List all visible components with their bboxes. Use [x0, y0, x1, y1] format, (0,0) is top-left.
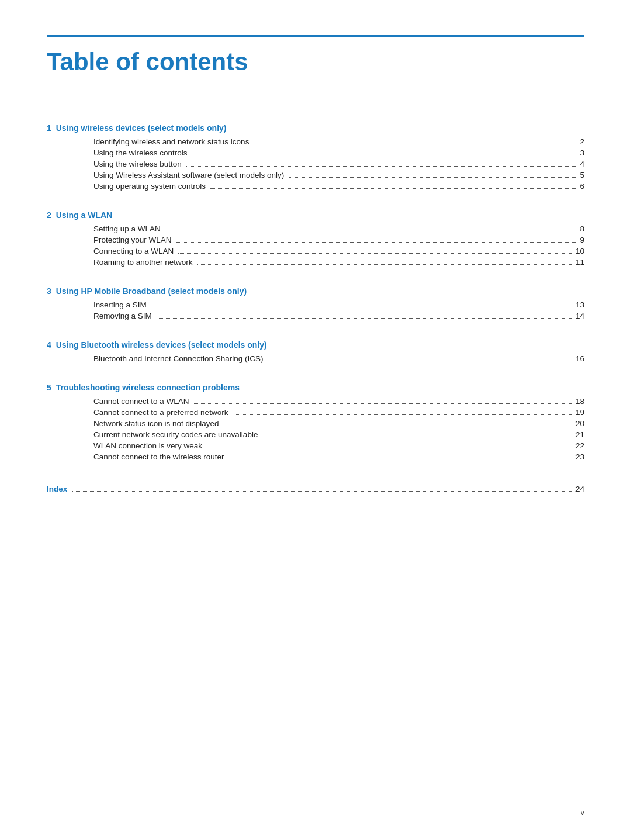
entry-title: Cannot connect to the wireless router — [93, 452, 224, 461]
entry-dots — [268, 361, 573, 361]
section-num-1: 1 — [47, 123, 51, 133]
entry-title: WLAN connection is very weak — [93, 441, 202, 450]
section-num-5: 5 — [47, 383, 51, 392]
section-4: 4 Using Bluetooth wireless devices (sele… — [47, 340, 584, 364]
entry-page: 6 — [580, 182, 584, 191]
toc-entry[interactable]: WLAN connection is very weak22 — [47, 440, 584, 451]
entry-page: 23 — [575, 452, 584, 461]
index-dots — [72, 491, 573, 492]
entry-title: Current network security codes are unava… — [93, 430, 258, 439]
toc-entry[interactable]: Using Wireless Assistant software (selec… — [47, 170, 584, 181]
toc-entry[interactable]: Cannot connect to a preferred network19 — [47, 407, 584, 418]
section-header-5[interactable]: 5 Troubleshooting wireless connection pr… — [47, 383, 584, 392]
section-num-4: 4 — [47, 340, 51, 350]
entry-title: Bluetooth and Internet Connection Sharin… — [93, 354, 263, 363]
toc-entry[interactable]: Cannot connect to a WLAN18 — [47, 396, 584, 407]
toc-entry[interactable]: Using operating system controls6 — [47, 181, 584, 192]
toc-entry[interactable]: Inserting a SIM13 — [47, 299, 584, 310]
entry-dots — [224, 426, 573, 426]
entry-page: 2 — [580, 137, 584, 146]
entry-page: 22 — [575, 441, 584, 450]
entry-page: 19 — [575, 408, 584, 417]
entry-title: Roaming to another network — [93, 258, 193, 267]
section-header-1[interactable]: 1 Using wireless devices (select models … — [47, 123, 584, 133]
page-footer: v — [581, 808, 585, 817]
index-page: 24 — [575, 485, 584, 493]
entry-dots — [178, 253, 573, 254]
section-num-2: 2 — [47, 210, 51, 220]
entry-title: Removing a SIM — [93, 312, 152, 320]
entry-page: 11 — [575, 258, 584, 267]
toc-entry[interactable]: Current network security codes are unava… — [47, 429, 584, 440]
index-label[interactable]: Index — [47, 485, 67, 493]
entry-dots — [229, 459, 573, 459]
entry-title: Cannot connect to a preferred network — [93, 408, 228, 417]
toc-entry[interactable]: Identifying wireless and network status … — [47, 136, 584, 147]
entry-page: 9 — [580, 236, 584, 244]
entry-dots — [233, 414, 573, 415]
entry-title: Cannot connect to a WLAN — [93, 397, 189, 406]
entry-page: 8 — [580, 224, 584, 233]
entry-title: Using operating system controls — [93, 182, 206, 191]
toc-entry[interactable]: Bluetooth and Internet Connection Sharin… — [47, 353, 584, 364]
toc-entry[interactable]: Connecting to a WLAN10 — [47, 246, 584, 257]
entry-dots — [186, 166, 578, 167]
toc-entry[interactable]: Cannot connect to the wireless router23 — [47, 451, 584, 462]
entry-dots — [176, 242, 578, 243]
entry-title: Setting up a WLAN — [93, 224, 161, 233]
section-header-4[interactable]: 4 Using Bluetooth wireless devices (sele… — [47, 340, 584, 350]
entry-page: 10 — [575, 247, 584, 255]
entry-title: Identifying wireless and network status … — [93, 137, 249, 146]
entry-dots — [151, 307, 573, 307]
entry-dots — [194, 403, 573, 404]
entry-page: 4 — [580, 160, 584, 168]
entry-page: 3 — [580, 148, 584, 157]
entry-title: Protecting your WLAN — [93, 236, 172, 244]
entry-page: 21 — [575, 430, 584, 439]
toc-entry[interactable]: Using the wireless controls3 — [47, 147, 584, 158]
entry-dots — [197, 264, 573, 265]
entry-page: 16 — [575, 354, 584, 363]
entry-title: Using the wireless button — [93, 160, 182, 168]
toc-entry[interactable]: Protecting your WLAN9 — [47, 234, 584, 246]
section-2: 2 Using a WLANSetting up a WLAN8Protecti… — [47, 210, 584, 268]
entry-title: Network status icon is not displayed — [93, 419, 219, 428]
entry-dots — [289, 177, 577, 178]
toc-sections: 1 Using wireless devices (select models … — [47, 123, 584, 462]
index-entry[interactable]: Index 24 — [47, 481, 584, 497]
top-border — [47, 35, 584, 37]
section-5: 5 Troubleshooting wireless connection pr… — [47, 383, 584, 462]
entry-title: Connecting to a WLAN — [93, 247, 174, 255]
toc-entry[interactable]: Removing a SIM14 — [47, 310, 584, 322]
entry-page: 18 — [575, 397, 584, 406]
entry-dots — [262, 437, 573, 437]
toc-entry[interactable]: Setting up a WLAN8 — [47, 223, 584, 234]
section-3: 3 Using HP Mobile Broadband (select mode… — [47, 286, 584, 322]
entry-page: 20 — [575, 419, 584, 428]
entry-dots — [210, 188, 577, 189]
toc-entry[interactable]: Network status icon is not displayed20 — [47, 418, 584, 429]
page-title: Table of contents — [47, 47, 584, 77]
entry-dots — [157, 318, 573, 319]
section-header-3[interactable]: 3 Using HP Mobile Broadband (select mode… — [47, 286, 584, 296]
entry-page: 13 — [575, 300, 584, 309]
entry-dots — [254, 144, 577, 144]
entry-dots — [165, 231, 578, 231]
toc-entry[interactable]: Using the wireless button4 — [47, 158, 584, 170]
section-num-3: 3 — [47, 286, 51, 296]
entry-page: 5 — [580, 171, 584, 179]
section-1: 1 Using wireless devices (select models … — [47, 123, 584, 192]
entry-dots — [207, 448, 573, 448]
entry-title: Using Wireless Assistant software (selec… — [93, 171, 284, 179]
entry-title: Inserting a SIM — [93, 300, 147, 309]
entry-page: 14 — [575, 312, 584, 320]
entry-dots — [192, 155, 578, 155]
toc-entry[interactable]: Roaming to another network11 — [47, 257, 584, 268]
entry-title: Using the wireless controls — [93, 148, 188, 157]
section-header-2[interactable]: 2 Using a WLAN — [47, 210, 584, 220]
